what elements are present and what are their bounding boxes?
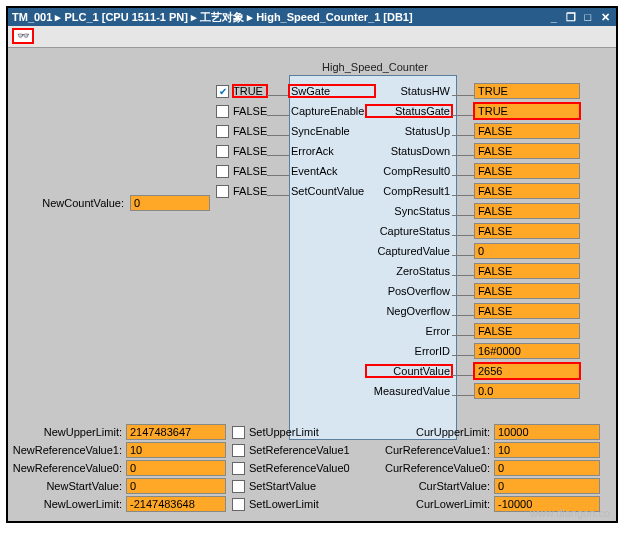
output-port-label: StatusUp [366,125,452,137]
output-value: FALSE [474,143,580,159]
param-value[interactable]: 0 [126,460,226,476]
set-label: SetUpperLimit [249,426,365,438]
cur-value: 0 [494,478,600,494]
param-label: NewUpperLimit: [10,426,122,438]
watermark: www.diangon.co [530,507,610,519]
output-value: FALSE [474,163,580,179]
monitor-icon[interactable]: 👓 [12,28,34,44]
new-count-value[interactable]: 0 [130,195,210,211]
close-icon[interactable]: ✕ [598,8,612,26]
set-label: SetReferenceValue0 [249,462,365,474]
param-label: NewReferenceValue1: [10,444,122,456]
input-checkbox[interactable]: ✔ [216,85,229,98]
output-value: FALSE [474,203,580,219]
output-port-label: StatusDown [366,145,452,157]
output-value: 2656 [474,363,580,379]
output-value: FALSE [474,283,580,299]
cur-label: CurStartValue: [374,480,490,492]
input-port-label: ErrorAck [289,145,375,157]
set-label: SetLowerLimit [249,498,365,510]
output-port-label: CompResult1 [366,185,452,197]
output-value: 16#0000 [474,343,580,359]
output-value: FALSE [474,263,580,279]
fb-title: High_Speed_Counter [315,61,435,73]
param-label: NewLowerLimit: [10,498,122,510]
input-checkbox[interactable] [216,185,229,198]
output-port-label: MeasuredValue [366,385,452,397]
restore-icon[interactable]: ❐ [564,8,578,26]
input-value: FALSE [233,145,267,157]
input-checkbox[interactable] [216,145,229,158]
output-port-label: NegOverflow [366,305,452,317]
minimize-icon[interactable]: _ [547,8,561,26]
output-value: FALSE [474,223,580,239]
cur-value: 10000 [494,424,600,440]
output-value: TRUE [474,83,580,99]
input-value: FALSE [233,165,267,177]
cur-value: 0 [494,460,600,476]
new-count-label: NewCountValue: [26,197,124,209]
window-controls: _ ❐ □ ✕ [547,8,612,26]
set-checkbox[interactable] [232,498,245,511]
output-port-label: CountValue [366,365,452,377]
cur-value: 10 [494,442,600,458]
set-checkbox[interactable] [232,480,245,493]
output-port-label: PosOverflow [366,285,452,297]
output-port-label: CaptureStatus [366,225,452,237]
output-port-label: Error [366,325,452,337]
cur-label: CurLowerLimit: [374,498,490,510]
output-port-label: StatusGate [366,105,452,117]
output-port-label: CapturedValue [366,245,452,257]
output-port-label: ErrorID [366,345,452,357]
param-label: NewReferenceValue0: [10,462,122,474]
set-checkbox[interactable] [232,444,245,457]
output-value: FALSE [474,323,580,339]
input-port-label: SwGate [289,85,375,97]
param-value[interactable]: 2147483647 [126,424,226,440]
titlebar: TM_001 ▸ PLC_1 [CPU 1511-1 PN] ▸ 工艺对象 ▸ … [8,8,616,26]
output-value: 0 [474,243,580,259]
output-port-label: CompResult0 [366,165,452,177]
output-port-label: SyncStatus [366,205,452,217]
param-value[interactable]: 10 [126,442,226,458]
maximize-icon[interactable]: □ [581,8,595,26]
param-value[interactable]: -2147483648 [126,496,226,512]
input-port-label: SetCountValue [289,185,375,197]
output-port-label: ZeroStatus [366,265,452,277]
input-value: FALSE [233,105,267,117]
input-port-label: CaptureEnable [289,105,375,117]
breadcrumb-title: TM_001 ▸ PLC_1 [CPU 1511-1 PN] ▸ 工艺对象 ▸ … [12,8,413,26]
input-port-label: EventAck [289,165,375,177]
input-value: FALSE [233,125,267,137]
output-value: FALSE [474,123,580,139]
set-checkbox[interactable] [232,462,245,475]
input-value: FALSE [233,185,267,197]
cur-label: CurReferenceValue0: [374,462,490,474]
output-value: 0.0 [474,383,580,399]
output-value: FALSE [474,303,580,319]
input-checkbox[interactable] [216,105,229,118]
input-checkbox[interactable] [216,125,229,138]
input-value: TRUE [233,85,267,97]
param-label: NewStartValue: [10,480,122,492]
cur-label: CurReferenceValue1: [374,444,490,456]
toolbar: 👓 [8,26,616,48]
output-value: TRUE [474,103,580,119]
set-checkbox[interactable] [232,426,245,439]
work-area: High_Speed_Counter ✔TRUESwGateFALSECaptu… [8,48,616,521]
param-value[interactable]: 0 [126,478,226,494]
input-port-label: SyncEnable [289,125,375,137]
output-value: FALSE [474,183,580,199]
input-checkbox[interactable] [216,165,229,178]
set-label: SetReferenceValue1 [249,444,365,456]
output-port-label: StatusHW [366,85,452,97]
set-label: SetStartValue [249,480,365,492]
cur-label: CurUpperLimit: [374,426,490,438]
